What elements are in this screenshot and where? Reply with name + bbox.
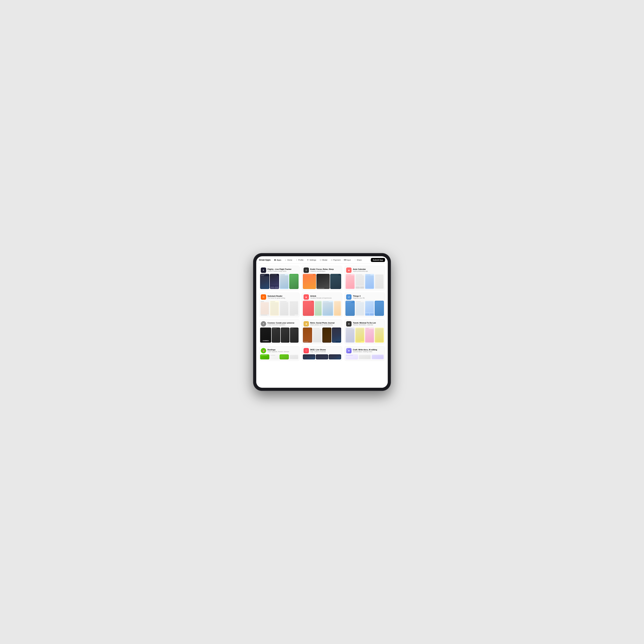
app-header-dice: ⬡ DICE: Live Shows Gigs, Clubs & Festiva… [302,346,342,354]
screenshot-1 [303,328,312,343]
app-card-tweek[interactable]: ⊞ Tweek: Minimal To Do List Planner, Rem… [344,319,385,344]
app-screenshots-endel [302,274,342,290]
payment-icon: ▭ [331,259,333,261]
app-header-cosmos: ✦ Cosmos: Curate your universe A new hom… [259,319,300,328]
screenshot-3 [280,274,289,289]
apps-grid: ✈ Flighty - Live Flight Tracker World's … [259,266,385,361]
nav-label-profile: Profile [298,259,303,261]
app-info-craft: Craft: Write docs, AI editing Journal id… [353,349,383,353]
app-info-tweek: Tweek: Minimal To Do List Planner, Remin… [353,322,383,326]
app-tagline-airbnb: Vacation Rentals & Experiences [310,297,341,299]
app-screenshots-duolingo [259,354,300,361]
screenshot-2 [355,274,364,289]
app-card-endel[interactable]: ◎ Endel: Focus, Relax, Sleep Adaptive so… [302,266,342,290]
app-screenshots-craft [344,354,385,361]
screenshot-2 [316,354,328,359]
app-screenshots-retro [302,328,342,344]
screenshot-2 [272,328,280,343]
nav-item-share[interactable]: ↑ Share [353,258,363,262]
nav-item-settings[interactable]: ⚙ Settings [306,258,318,262]
screenshot-2 [359,354,371,359]
app-header-duolingo: 🦉 Duolingo Learn Spanish, French, German [259,346,300,354]
app-header-airbnb: ◈ Airbnb Vacation Rentals & Experiences [302,293,342,301]
app-card-flighty[interactable]: ✈ Flighty - Live Flight Tracker World's … [259,266,300,290]
app-card-substack[interactable]: ⊡ Substack Reader The home for great wri… [259,292,300,317]
app-icon-cosmos: ✦ [261,321,266,327]
app-header-flighty: ✈ Flighty - Live Flight Tracker World's … [259,266,300,274]
app-name-duolingo: Duolingo [267,349,298,351]
app-tagline-cosmos: A new home for inspiration [267,324,298,326]
nav-item-input[interactable]: ⌨ Input [343,258,352,262]
app-tagline-things3: Organize your life [353,297,383,299]
app-card-amie[interactable]: ◈ Amie Calendar Joyful productivity app [344,266,385,290]
screenshot-4 [375,274,384,289]
screenshot-1 [345,328,355,343]
app-name-dice: DICE: Live Shows [310,349,341,351]
screenshot-4 [289,301,299,316]
nav-item-profile[interactable]: ○ Profile [294,258,305,262]
app-tagline-craft: Journal ideas, meeting notes [353,351,383,353]
screenshot-3 [281,328,289,343]
app-info-flighty: Flighty - Live Flight Tracker World's Fa… [267,268,298,272]
screenshot-2 [270,301,279,316]
nav-bar: Great Apps ▣ Apps ⌂ Home ○ Profile ⚙ Set… [256,256,388,264]
nav-item-home[interactable]: ⌂ Home [283,258,293,262]
app-card-craft[interactable]: ◆ Craft: Write docs, AI editing Journal … [344,346,385,361]
app-info-amie: Amie Calendar Joyful productivity app [353,268,383,272]
submit-app-button[interactable]: Submit App [371,258,385,262]
app-screenshots-amie [344,274,385,290]
nav-item-apps[interactable]: ▣ Apps [273,258,283,262]
app-screenshots-tweek [344,328,385,344]
app-card-dice[interactable]: ⬡ DICE: Live Shows Gigs, Clubs & Festiva… [302,346,342,361]
app-card-airbnb[interactable]: ◈ Airbnb Vacation Rentals & Experiences [302,292,342,317]
apps-icon: ▣ [274,259,276,261]
screenshot-1 [260,354,269,359]
tablet-device: Great Apps ▣ Apps ⌂ Home ○ Profile ⚙ Set… [253,253,391,391]
screenshot-2 [316,274,330,289]
screenshot-4 [290,328,299,343]
tablet-screen: Great Apps ▣ Apps ⌂ Home ○ Profile ⚙ Set… [256,256,388,388]
app-header-endel: ◎ Endel: Focus, Relax, Sleep Adaptive so… [302,266,342,274]
nav-label-input: Input [347,259,351,261]
home-icon: ⌂ [285,259,287,261]
app-name-tweek: Tweek: Minimal To Do List [353,322,383,324]
app-screenshots-substack [259,301,300,317]
share-icon: ↑ [354,259,356,261]
screenshot-4 [334,301,341,316]
app-card-cosmos[interactable]: ✦ Cosmos: Curate your universe A new hom… [259,319,300,344]
app-icon-flighty: ✈ [261,267,266,273]
nav-label-apps: Apps [277,259,281,261]
app-info-dice: DICE: Live Shows Gigs, Clubs & Festivals [310,349,341,353]
app-info-duolingo: Duolingo Learn Spanish, French, German [267,349,298,353]
app-tagline-duolingo: Learn Spanish, French, German [267,351,298,353]
nav-label-modal: Modal [322,259,327,261]
app-card-retro[interactable]: ◉ Retro- Social Photo Journal Share phot… [302,319,342,344]
screenshot-2 [355,301,364,316]
screenshot-1 [303,301,314,316]
app-screenshots-flighty [259,274,300,290]
app-icon-amie: ◈ [346,267,352,273]
screenshot-4 [375,328,384,343]
app-name-things3: Things 3 [353,295,383,297]
screenshot-3 [322,328,332,343]
modal-icon: ▢ [319,259,321,261]
app-card-duolingo[interactable]: 🦉 Duolingo Learn Spanish, French, German [259,346,300,361]
screenshot-2 [270,274,279,289]
screenshot-4 [289,274,299,289]
app-icon-duolingo: 🦉 [261,348,266,353]
app-info-airbnb: Airbnb Vacation Rentals & Experiences [310,295,341,299]
app-tagline-dice: Gigs, Clubs & Festivals [310,351,341,353]
screenshot-4 [332,328,341,343]
app-info-retro: Retro- Social Photo Journal Share photos… [310,322,341,326]
app-name-amie: Amie Calendar [353,268,383,270]
app-card-things3[interactable]: ☑ Things 3 Organize your life [344,292,385,317]
app-tagline-amie: Joyful productivity app [353,270,383,272]
settings-icon: ⚙ [307,259,309,261]
app-tagline-flighty: World's Fastest Delay Alerts. [267,270,298,272]
nav-item-payment[interactable]: ▭ Payment [329,258,342,262]
screenshot-1 [345,301,355,316]
app-name-flighty: Flighty - Live Flight Tracker [267,268,298,270]
nav-item-modal[interactable]: ▢ Modal [318,258,329,262]
app-icon-tweek: ⊞ [346,321,352,327]
screenshot-2 [355,328,364,343]
